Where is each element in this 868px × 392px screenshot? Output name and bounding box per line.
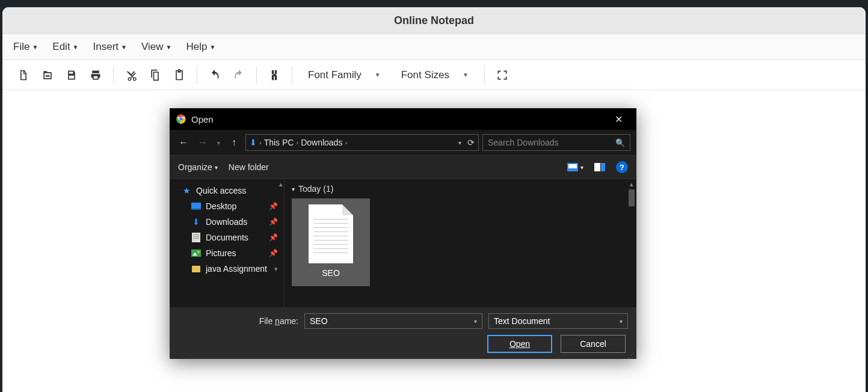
cut-icon[interactable] — [121, 65, 141, 85]
star-icon: ★ — [182, 186, 191, 195]
caret-down-icon: ▼ — [73, 44, 79, 51]
file-open-dialog: Open ✕ ← → ▾ ↑ ⬇ › This PC › Downloads ›… — [170, 108, 636, 359]
nav-recent-icon[interactable]: ▾ — [214, 139, 223, 146]
new-folder-button[interactable]: New folder — [229, 162, 269, 172]
svg-rect-12 — [191, 250, 201, 257]
chrome-icon — [176, 114, 186, 124]
title-bar: Online Notepad — [2, 7, 866, 34]
chevron-down-icon: ▾ — [274, 265, 278, 273]
organize-menu[interactable]: Organize▾ — [178, 162, 218, 172]
sidebar-documents[interactable]: Documents 📌 — [170, 230, 284, 245]
sidebar-java-assignment[interactable]: java Assignment ▾ — [170, 261, 284, 277]
pictures-icon — [191, 248, 201, 258]
breadcrumb-root[interactable]: This PC — [264, 138, 294, 147]
filename-input[interactable]: ▾ — [304, 313, 482, 329]
breadcrumb-folder[interactable]: Downloads — [301, 138, 342, 147]
nav-forward-icon[interactable]: → — [195, 137, 211, 148]
caret-down-icon[interactable]: ▾ — [474, 318, 477, 325]
sidebar-quick-access[interactable]: ★ Quick access — [170, 183, 284, 198]
nav-up-icon[interactable]: ↑ — [226, 137, 242, 148]
cancel-button[interactable]: Cancel — [561, 335, 626, 353]
menu-edit[interactable]: Edit▼ — [52, 41, 78, 53]
scroll-thumb[interactable] — [629, 189, 635, 206]
dialog-footer: File name: ▾ Text Document ▾ Open Cancel — [170, 307, 636, 359]
menu-help[interactable]: Help▼ — [186, 41, 215, 53]
app-window: Online Notepad File▼ Edit▼ Insert▼ View▼… — [2, 7, 866, 392]
fullscreen-icon[interactable] — [492, 65, 512, 85]
help-icon[interactable]: ? — [616, 161, 628, 173]
toolbar-separator — [484, 66, 485, 84]
print-icon[interactable] — [85, 65, 106, 85]
folder-icon — [191, 264, 201, 274]
search-icon[interactable]: 🔍 — [615, 138, 625, 147]
file-pane: ▾ Today (1) SEO ▴ — [284, 179, 636, 307]
chevron-right-icon: › — [296, 139, 298, 146]
scrollbar[interactable]: ▴ — [628, 180, 635, 306]
redo-icon[interactable] — [229, 65, 249, 85]
copy-icon[interactable] — [145, 65, 165, 85]
menu-insert[interactable]: Insert▼ — [93, 41, 127, 53]
close-icon[interactable]: ✕ — [606, 114, 630, 125]
view-mode-button[interactable]: ▾ — [567, 163, 583, 171]
menu-file[interactable]: File▼ — [13, 41, 38, 53]
dialog-title: Open — [191, 114, 214, 124]
menu-view[interactable]: View▼ — [141, 41, 171, 53]
breadcrumb[interactable]: ⬇ › This PC › Downloads › ▾ ⟳ — [245, 134, 479, 151]
downloads-icon: ⬇ — [250, 138, 257, 147]
refresh-icon[interactable]: ⟳ — [467, 138, 475, 147]
sidebar-desktop[interactable]: Desktop 📌 — [170, 198, 284, 214]
pin-icon: 📌 — [269, 218, 278, 226]
nav-back-icon[interactable]: ← — [176, 137, 191, 148]
caret-down-icon: ▼ — [121, 44, 127, 51]
sidebar-downloads[interactable]: ⬇ Downloads 📌 — [170, 214, 284, 230]
svg-rect-9 — [193, 234, 199, 235]
toolbar-separator — [197, 66, 197, 84]
open-file-icon[interactable] — [37, 65, 58, 85]
content-area: Open ✕ ← → ▾ ↑ ⬇ › This PC › Downloads ›… — [2, 90, 866, 392]
caret-down-icon: ▼ — [32, 44, 38, 51]
font-family-dropdown[interactable]: Font Family▼ — [300, 64, 389, 86]
filename-label: File name: — [178, 316, 298, 326]
svg-rect-6 — [191, 203, 201, 209]
new-file-icon[interactable] — [13, 65, 34, 85]
toolbar-separator — [113, 66, 114, 84]
chevron-right-icon: › — [345, 139, 347, 146]
chevron-down-icon: ▾ — [292, 186, 295, 192]
thumbnails-icon — [567, 163, 578, 171]
save-icon[interactable] — [61, 65, 82, 85]
font-sizes-dropdown[interactable]: Font Sizes▼ — [393, 64, 477, 86]
pin-icon: 📌 — [269, 249, 278, 257]
scroll-up-icon[interactable]: ▴ — [628, 180, 635, 188]
svg-rect-10 — [193, 236, 199, 237]
sidebar: ▴ ★ Quick access Desktop 📌 ⬇ — [170, 179, 284, 307]
sidebar-pictures[interactable]: Pictures 📌 — [170, 245, 284, 261]
search-input[interactable] — [488, 138, 615, 147]
breadcrumb-dropdown-icon[interactable]: ▾ — [458, 139, 461, 146]
filetype-dropdown[interactable]: Text Document ▾ — [488, 313, 628, 329]
file-tile-seo[interactable]: SEO — [292, 198, 370, 286]
caret-down-icon: ▼ — [166, 44, 172, 51]
caret-down-icon: ▼ — [375, 72, 381, 78]
undo-icon[interactable] — [205, 65, 225, 85]
svg-point-14 — [198, 251, 200, 253]
svg-rect-3 — [568, 164, 577, 168]
filename-field[interactable] — [310, 316, 474, 326]
caret-down-icon: ▾ — [215, 164, 218, 171]
preview-pane-button[interactable] — [594, 163, 605, 171]
app-title: Online Notepad — [394, 14, 474, 27]
document-icon — [309, 204, 353, 263]
svg-rect-5 — [601, 163, 605, 171]
search-box[interactable]: 🔍 — [482, 134, 630, 151]
pin-icon: 📌 — [269, 233, 278, 242]
svg-rect-4 — [594, 163, 600, 171]
svg-rect-8 — [192, 233, 200, 242]
find-icon[interactable] — [264, 65, 285, 85]
paste-icon[interactable] — [169, 65, 189, 85]
file-label: SEO — [322, 268, 340, 278]
scroll-up-icon[interactable]: ▴ — [279, 180, 283, 188]
open-button[interactable]: Open — [487, 335, 552, 353]
resize-grip-icon[interactable]: ⋰ — [627, 354, 635, 357]
group-today[interactable]: ▾ Today (1) — [292, 184, 629, 194]
dialog-nav: ← → ▾ ↑ ⬇ › This PC › Downloads › ▾ ⟳ — [170, 130, 636, 155]
documents-icon — [191, 233, 201, 242]
